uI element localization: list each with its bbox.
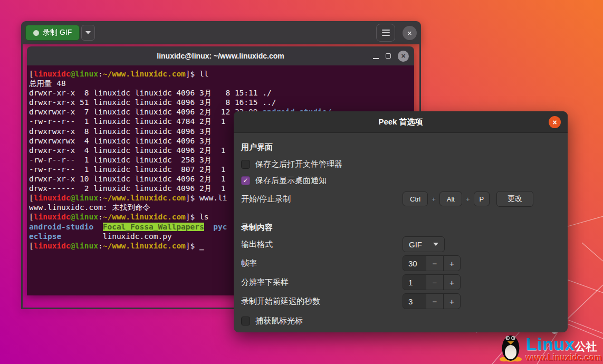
- terminal-text-segment: [204, 223, 213, 231]
- terminal-text-segment: ~/www.linuxidc.com: [103, 70, 186, 78]
- terminal-text-segment: @linux: [71, 70, 98, 78]
- minimize-icon[interactable]: [373, 53, 379, 59]
- terminal-text-segment: drwxr-xr-x 8 linuxidc linuxidc 4096 3月 8…: [29, 89, 272, 97]
- terminal-text-segment: drwxr-xr-x 51 linuxidc linuxidc 4096 3月 …: [29, 98, 276, 107]
- terminal-text-segment: -rw-r--r-- 1 linuxidc linuxidc 807 2月 1: [29, 165, 225, 174]
- terminal-text-segment: [: [29, 194, 34, 202]
- menu-button[interactable]: [376, 24, 395, 42]
- terminal-titlebar[interactable]: linuxidc@linux: ~/www.linuxidc.com ×: [27, 46, 414, 65]
- checkbox-label: 保存后显示桌面通知: [255, 176, 327, 186]
- terminal-window-controls: ×: [373, 46, 409, 65]
- decrement-button[interactable]: −: [426, 275, 443, 290]
- section-user-interface: 用户界面: [241, 140, 560, 154]
- terminal-text-segment: linuxidc: [34, 70, 71, 78]
- checkbox-open-file-manager[interactable]: [241, 160, 250, 169]
- maximize-icon[interactable]: [386, 53, 391, 59]
- terminal-text-segment: www.li: [199, 194, 227, 202]
- peek-close-button[interactable]: ×: [403, 26, 417, 40]
- checkbox-label: 捕获鼠标光标: [255, 316, 303, 326]
- record-gif-button[interactable]: 录制 GIF: [25, 25, 80, 41]
- plus-separator: +: [432, 195, 436, 203]
- terminal-close-button[interactable]: ×: [398, 51, 409, 62]
- terminal-text-segment: ]$: [186, 242, 199, 250]
- checkbox-capture-cursor[interactable]: [241, 317, 250, 325]
- terminal-text-segment: drwxr-xr-x 4 linuxidc linuxidc 4096 2月 1: [29, 146, 225, 155]
- peek-preferences-dialog: Peek 首选项 × 用户界面 保存之后打开文件管理器 ✓ 保存后显示桌面通知 …: [234, 111, 568, 332]
- output-format-value: GIF: [409, 240, 422, 249]
- terminal-text-segment: drwxrwxr-x 8 linuxidc linuxidc 4096 3月: [29, 127, 212, 136]
- desktop: 录制 GIF × linuxidc@linux: ~/www.linuxidc.…: [0, 0, 603, 364]
- terminal-line: 总用量 48: [29, 79, 413, 88]
- dialog-body: 用户界面 保存之后打开文件管理器 ✓ 保存后显示桌面通知 开始/停止录制 Ctr…: [234, 133, 568, 329]
- hamburger-icon: [382, 30, 390, 31]
- downsample-spinner: 1 − +: [403, 274, 461, 290]
- decrement-button[interactable]: −: [426, 294, 443, 309]
- terminal-text-segment: ~/www.linuxidc.com: [103, 194, 186, 202]
- tux-penguin-icon: [497, 331, 524, 362]
- increment-button[interactable]: +: [443, 275, 460, 290]
- terminal-line: drwxr-xr-x 51 linuxidc linuxidc 4096 3月 …: [29, 98, 413, 107]
- dialog-headerbar[interactable]: Peek 首选项 ×: [234, 111, 568, 133]
- checkbox-show-notification[interactable]: ✓: [241, 176, 250, 185]
- terminal-text-segment: linuxidc: [34, 242, 71, 250]
- output-format-label: 输出格式: [241, 240, 403, 250]
- terminal-text-segment: :: [98, 213, 103, 221]
- key-ctrl-button[interactable]: Ctrl: [403, 191, 428, 206]
- close-icon: ×: [552, 118, 557, 127]
- terminal-text-segment: :: [98, 70, 103, 78]
- delay-value[interactable]: 3: [403, 294, 426, 309]
- terminal-text-segment: -rw-r--r-- 1 linuxidc linuxidc 4784 2月 1: [29, 117, 225, 126]
- record-format-dropdown-button[interactable]: [81, 25, 95, 41]
- peek-header-bar: 录制 GIF ×: [21, 21, 421, 44]
- key-p-button[interactable]: P: [474, 191, 490, 206]
- row-framerate: 帧率 30 − +: [241, 255, 560, 271]
- decrement-button[interactable]: −: [426, 256, 443, 271]
- terminal-title: linuxidc@linux: ~/www.linuxidc.com: [157, 52, 284, 60]
- terminal-text-segment: ~/www.linuxidc.com: [103, 242, 186, 250]
- row-open-file-manager: 保存之后打开文件管理器: [241, 156, 560, 172]
- terminal-text-segment: [61, 232, 103, 241]
- row-hotkey: 开始/停止录制 Ctrl + Alt + P 更改: [241, 191, 560, 207]
- terminal-text-segment: www.linuxidc.com: 未找到命令: [29, 203, 150, 212]
- change-hotkey-button[interactable]: 更改: [496, 191, 533, 207]
- row-delay: 录制开始前延迟的秒数 3 − +: [241, 293, 560, 309]
- terminal-text-segment: @linux: [71, 213, 98, 221]
- terminal-text-segment: @linux: [71, 242, 98, 250]
- dialog-close-button[interactable]: ×: [549, 116, 561, 128]
- framerate-label: 帧率: [241, 258, 403, 269]
- terminal-text-segment: eclipse: [29, 232, 61, 241]
- delay-label: 录制开始前延迟的秒数: [241, 296, 403, 306]
- terminal-text-segment: linuxidc: [34, 194, 71, 202]
- row-downsample: 分辨率下采样 1 − +: [241, 274, 560, 290]
- record-button-label: 录制 GIF: [43, 28, 72, 37]
- framerate-value[interactable]: 30: [403, 256, 426, 271]
- row-show-notification: ✓ 保存后显示桌面通知: [241, 173, 560, 188]
- hotkey-label: 开始/停止录制: [241, 194, 403, 204]
- output-format-select[interactable]: GIF: [403, 236, 445, 252]
- terminal-text-segment: ls: [199, 213, 208, 221]
- terminal-text-segment: drwxr-xr-x 10 linuxidc linuxidc 4096 2月 …: [29, 175, 225, 183]
- downsample-label: 分辨率下采样: [241, 277, 403, 288]
- check-icon: ✓: [243, 177, 248, 184]
- linuxidc-logo: Linux公社 www.Linuxidc.com: [497, 331, 602, 362]
- terminal-line: drwxr-xr-x 8 linuxidc linuxidc 4096 3月 8…: [29, 88, 413, 98]
- terminal-text-segment: ~/www.linuxidc.com: [103, 213, 186, 221]
- terminal-text-segment: drwxrwxr-x 7 linuxidc linuxidc 4096 2月 1…: [29, 108, 262, 116]
- delay-spinner: 3 − +: [403, 293, 461, 309]
- terminal-text-segment: :: [98, 242, 103, 250]
- checkbox-label: 保存之后打开文件管理器: [255, 159, 342, 169]
- key-alt-button[interactable]: Alt: [439, 191, 462, 206]
- terminal-text-segment: ]$: [186, 194, 199, 202]
- terminal-text-segment: drwx------ 2 linuxidc linuxidc 4096 2月 1: [29, 184, 225, 193]
- brand-name: Linux: [526, 334, 575, 354]
- section-recording: 录制内容: [241, 221, 560, 234]
- downsample-value[interactable]: 1: [403, 275, 426, 290]
- record-dot-icon: [33, 30, 39, 36]
- terminal-text-segment: linuxidc: [34, 213, 71, 221]
- terminal-text-segment: 总用量 48: [29, 79, 66, 88]
- terminal-text-segment: :: [98, 194, 103, 202]
- increment-button[interactable]: +: [443, 256, 460, 271]
- terminal-text-segment: @linux: [71, 194, 98, 202]
- framerate-spinner: 30 − +: [403, 255, 461, 271]
- increment-button[interactable]: +: [443, 294, 460, 309]
